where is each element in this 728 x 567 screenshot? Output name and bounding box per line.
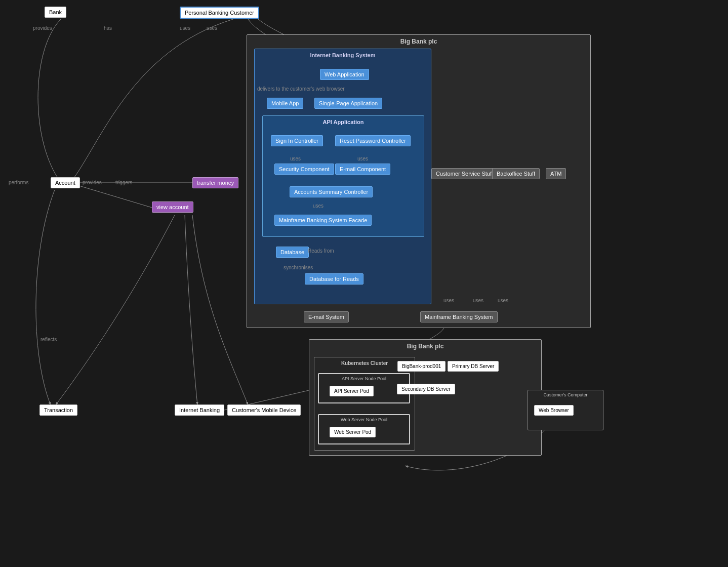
customers-computer-label: Customer's Computer: [543, 392, 587, 397]
web-browser-node: Web Browser: [534, 405, 574, 416]
transaction-node: Transaction: [39, 404, 77, 416]
bank-node: Bank: [45, 7, 66, 18]
security-component-node: Security Component: [274, 164, 334, 175]
email-system-node: E-mail System: [304, 311, 349, 322]
web-server-node-pool-label: Web Server Node Pool: [341, 417, 387, 422]
uses3-label: uses: [290, 156, 301, 161]
sign-in-controller-node: Sign In Controller: [271, 135, 323, 146]
api-application-label: API Application: [323, 119, 364, 125]
delivers-to-label: delivers to the customer's web browser: [257, 86, 345, 92]
atm-node: ATM: [546, 168, 566, 179]
provides1-label: provides: [33, 25, 52, 31]
primary-db-server-node: Primary DB Server: [448, 361, 499, 372]
uses5-label: uses: [313, 203, 323, 209]
web-server-pod-node: Web Server Pod: [330, 427, 376, 437]
account-node: Account: [51, 177, 80, 188]
customer-service-stuff-node: Customer Service Stuff: [431, 168, 498, 179]
kubernetes-cluster-label: Kubernetes Cluster: [341, 360, 388, 366]
uses1-label: uses: [180, 25, 190, 31]
uses4-label: uses: [357, 156, 368, 161]
reflects-label: reflects: [41, 337, 57, 342]
secondary-db-server-node: Secondary DB Server: [397, 384, 455, 394]
uses2-label: uses: [207, 25, 217, 31]
backoffice-stuff-node: Backoffice Stuff: [492, 168, 540, 179]
email-component-node: E-mail Component: [335, 164, 390, 175]
single-page-app-node: Single-Page Application: [314, 98, 382, 109]
big-bank-plc-lower-label: Big Bank plc: [407, 343, 444, 350]
internet-banking-system-label: Internet Banking System: [310, 52, 376, 58]
provides2-label: provides: [83, 180, 102, 185]
internet-banking-node: Internet Banking: [175, 404, 224, 416]
uses7-label: uses: [473, 298, 483, 303]
synchronises-label: synchronises: [284, 265, 313, 270]
api-server-pod-node: API Server Pod: [330, 386, 374, 396]
performs-label: performs: [9, 180, 28, 185]
web-application-node: Web Application: [320, 69, 369, 80]
mainframe-facade-node: Mainframe Banking System Facade: [274, 215, 372, 226]
transfer-money-node: transfer money: [192, 177, 238, 188]
uses6-label: uses: [443, 298, 454, 303]
triggers-label: triggers: [115, 180, 132, 185]
accounts-summary-controller-node: Accounts Summary Controller: [290, 186, 373, 197]
view-account-node: view account: [152, 201, 193, 213]
mainframe-banking-system-node: Mainframe Banking System: [420, 311, 498, 322]
database-node: Database: [276, 247, 309, 258]
reads-from-label: Reads from: [308, 248, 334, 254]
has-label: has: [104, 25, 112, 31]
api-server-node-pool-label: API Server Node Pool: [342, 376, 386, 381]
personal-banking-customer-node: Personal Banking Customer: [180, 7, 259, 19]
database-for-reads-node: Database for Reads: [305, 273, 363, 285]
uses8-label: uses: [498, 298, 508, 303]
big-bank-plc-label: Big Bank plc: [400, 38, 437, 45]
customers-mobile-device-node: Customer's Mobile Device: [227, 404, 301, 416]
bigbank-prod001-node: BigBank-prod001: [397, 361, 446, 372]
mobile-app-node: Mobile App: [267, 98, 303, 109]
reset-password-controller-node: Reset Password Controller: [335, 135, 411, 146]
